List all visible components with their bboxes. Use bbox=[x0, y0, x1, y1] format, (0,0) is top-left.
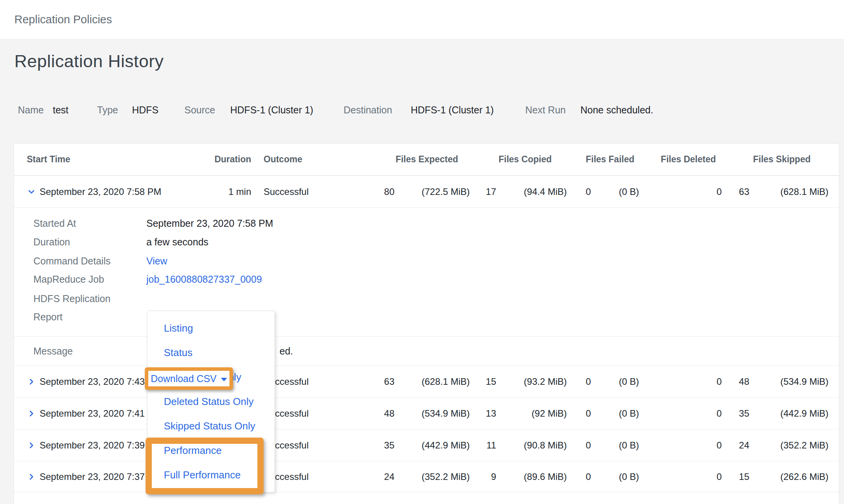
row-files-deleted-count: 0 bbox=[639, 186, 722, 197]
started-at-label: Started At bbox=[33, 218, 76, 229]
row-files-failed-count: 0 bbox=[567, 471, 591, 482]
row-files-skipped-count: 35 bbox=[722, 408, 749, 419]
col-header-duration: Duration bbox=[200, 154, 251, 165]
meta-destination-value: HDFS-1 (Cluster 1) bbox=[411, 104, 494, 116]
menu-item-full-performance[interactable]: Full Performance bbox=[148, 463, 274, 487]
hdfs-replication-report-label-line1: HDFS Replication bbox=[33, 293, 111, 304]
row-files-skipped-count: 15 bbox=[722, 471, 749, 482]
row-files-skipped-size: (352.2 MiB) bbox=[749, 440, 828, 451]
row-start-time: September 23, 2020 7:37 PM bbox=[40, 471, 162, 482]
command-details-view-link[interactable]: View bbox=[146, 255, 167, 267]
menu-item-listing[interactable]: Listing bbox=[148, 316, 274, 341]
row-start-time: September 23, 2020 7:58 PM bbox=[40, 186, 162, 197]
row-files-deleted-count: 0 bbox=[639, 376, 722, 387]
table-row[interactable]: September 23, 2020 7:41 PM 1 min Success… bbox=[14, 398, 839, 429]
row-files-copied-count: 17 bbox=[470, 186, 496, 197]
row-files-deleted-count: 0 bbox=[639, 408, 722, 419]
row-files-copied-size: (92 MiB) bbox=[496, 408, 567, 419]
mapreduce-job-label: MapReduce Job bbox=[33, 274, 104, 285]
meta-source-value: HDFS-1 (Cluster 1) bbox=[230, 104, 313, 116]
table-row[interactable]: September 23, 2020 7:43 PM 1 min Success… bbox=[14, 366, 839, 398]
row-files-deleted-count: 0 bbox=[639, 471, 722, 482]
row-duration: 1 min bbox=[200, 186, 251, 197]
table-header-row: Start Time Duration Outcome Files Expect… bbox=[14, 144, 839, 176]
row-start-time: September 23, 2020 7:39 PM bbox=[40, 440, 162, 451]
col-header-start-time: Start Time bbox=[14, 154, 200, 165]
menu-item-performance[interactable]: Performance bbox=[148, 438, 274, 463]
row-files-failed-size: (0 B) bbox=[591, 408, 639, 419]
message-row: Message ed. bbox=[14, 336, 839, 366]
row-files-skipped-count: 63 bbox=[722, 186, 749, 197]
download-csv-dropdown-menu: Listing Status Error Status Only Deleted… bbox=[147, 311, 275, 492]
meta-name-value: test bbox=[53, 104, 68, 116]
row-files-skipped-count: 24 bbox=[722, 440, 749, 451]
row-start-time: September 23, 2020 7:41 PM bbox=[40, 408, 162, 419]
chevron-down-icon[interactable] bbox=[27, 187, 36, 196]
row-files-copied-size: (90.8 MiB) bbox=[496, 440, 567, 451]
row-files-skipped-size: (262.6 MiB) bbox=[749, 471, 828, 482]
table-row[interactable]: September 23, 2020 7:36 PM 1 min Success… bbox=[14, 492, 839, 504]
row-files-expected-size: (628.1 MiB) bbox=[394, 376, 470, 387]
table-row[interactable]: September 23, 2020 7:37 PM 1 min Success… bbox=[14, 461, 839, 492]
caret-down-icon bbox=[221, 378, 227, 381]
row-files-skipped-size: (628.1 MiB) bbox=[749, 186, 828, 197]
hdfs-replication-report-label-line2: Report bbox=[33, 311, 63, 323]
row-files-expected-size: (352.2 MiB) bbox=[394, 471, 470, 482]
row-files-copied-size: (94.4 MiB) bbox=[496, 186, 567, 197]
expanded-row-details: Started At September 23, 2020 7:58 PM Du… bbox=[14, 208, 839, 336]
row-files-copied-count: 13 bbox=[470, 408, 496, 419]
col-header-files-expected: Files Expected bbox=[326, 154, 470, 165]
row-files-failed-size: (0 B) bbox=[591, 471, 639, 482]
row-outcome: Successful bbox=[251, 186, 326, 197]
table-row[interactable]: September 23, 2020 7:39 PM 1 min Success… bbox=[14, 429, 839, 461]
meta-name-label: Name bbox=[18, 104, 44, 116]
message-label: Message bbox=[33, 337, 73, 365]
policy-meta-row: Name test Type HDFS Source HDFS-1 (Clust… bbox=[0, 104, 844, 117]
started-at-value: September 23, 2020 7:58 PM bbox=[146, 218, 273, 229]
chevron-right-icon[interactable] bbox=[27, 377, 36, 386]
breadcrumb[interactable]: Replication Policies bbox=[14, 13, 112, 26]
meta-type-value: HDFS bbox=[132, 104, 158, 116]
row-files-deleted-count: 0 bbox=[639, 440, 722, 451]
row-files-expected-count: 24 bbox=[326, 471, 394, 482]
chevron-right-icon[interactable] bbox=[27, 409, 36, 418]
col-header-files-copied: Files Copied bbox=[470, 154, 567, 165]
row-files-skipped-size: (534.9 MiB) bbox=[749, 376, 828, 387]
menu-item-skipped-status-only[interactable]: Skipped Status Only bbox=[148, 414, 274, 438]
row-files-failed-size: (0 B) bbox=[591, 376, 639, 387]
detail-duration-value: a few seconds bbox=[146, 236, 208, 248]
meta-nextrun-label: Next Run bbox=[525, 104, 566, 116]
row-files-expected-size: (722.5 MiB) bbox=[394, 186, 470, 197]
row-files-failed-count: 0 bbox=[567, 440, 591, 451]
row-files-skipped-count: 48 bbox=[722, 376, 749, 387]
page-title: Replication History bbox=[14, 51, 844, 71]
menu-item-status[interactable]: Status bbox=[148, 341, 274, 365]
chevron-right-icon[interactable] bbox=[27, 441, 36, 450]
table-row[interactable]: September 23, 2020 7:58 PM 1 min Success… bbox=[14, 176, 839, 208]
row-files-expected-count: 48 bbox=[326, 408, 394, 419]
meta-nextrun-value: None scheduled. bbox=[580, 104, 653, 116]
row-files-copied-size: (93.2 MiB) bbox=[496, 376, 567, 387]
row-files-failed-count: 0 bbox=[567, 408, 591, 419]
col-header-files-failed: Files Failed bbox=[567, 154, 639, 165]
command-details-label: Command Details bbox=[33, 255, 111, 267]
row-files-expected-size: (442.9 MiB) bbox=[394, 440, 470, 451]
row-files-expected-count: 35 bbox=[326, 440, 394, 451]
download-csv-button[interactable]: Download CSV bbox=[151, 373, 227, 384]
row-files-expected-size: (534.9 MiB) bbox=[394, 408, 470, 419]
highlight-box-download-csv: Download CSV bbox=[145, 367, 233, 390]
meta-type-label: Type bbox=[97, 104, 118, 116]
row-start-time: September 23, 2020 7:43 PM bbox=[40, 376, 162, 387]
row-files-expected-count: 63 bbox=[326, 376, 394, 387]
chevron-right-icon[interactable] bbox=[27, 472, 36, 481]
menu-item-deleted-status-only[interactable]: Deleted Status Only bbox=[148, 389, 274, 414]
meta-source-label: Source bbox=[184, 104, 215, 116]
mapreduce-job-link[interactable]: job_1600880827337_0009 bbox=[146, 274, 262, 285]
col-header-files-skipped: Files Skipped bbox=[722, 154, 828, 165]
detail-duration-label: Duration bbox=[33, 236, 70, 248]
row-files-failed-count: 0 bbox=[567, 186, 591, 197]
message-visible-fragment: ed. bbox=[280, 337, 293, 365]
replication-history-table: Start Time Duration Outcome Files Expect… bbox=[14, 143, 839, 504]
row-files-copied-count: 9 bbox=[470, 471, 496, 482]
meta-destination-label: Destination bbox=[344, 104, 392, 116]
